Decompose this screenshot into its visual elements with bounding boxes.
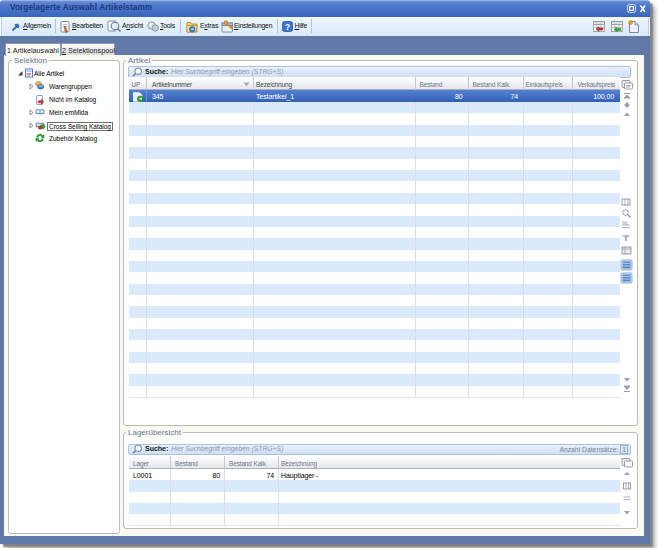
svg-text:%: % <box>622 220 628 226</box>
svg-text:?: ? <box>285 22 290 32</box>
